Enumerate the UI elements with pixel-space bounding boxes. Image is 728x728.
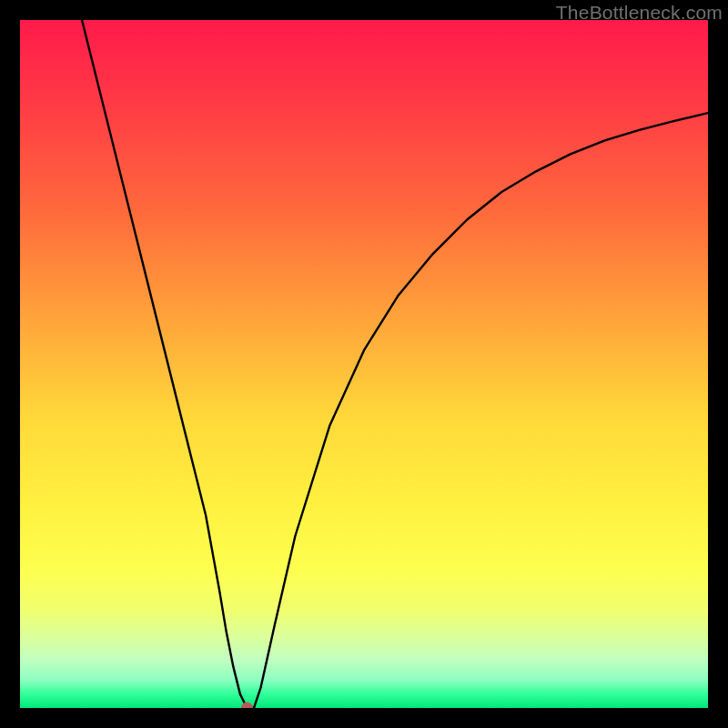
chart-plot-area [20,20,708,708]
chart-frame: TheBottleneck.com [0,0,728,728]
optimum-marker [241,703,252,708]
chart-svg [20,20,708,708]
bottleneck-curve [82,20,708,708]
watermark-text: TheBottleneck.com [556,2,723,24]
